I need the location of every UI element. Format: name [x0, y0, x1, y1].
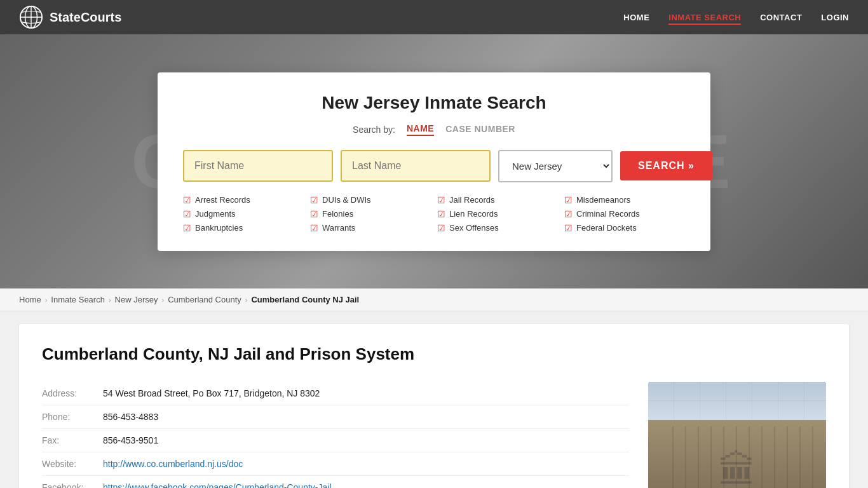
breadcrumb-separator-4: ›: [245, 296, 248, 304]
breadcrumb-inmate-search[interactable]: Inmate Search: [51, 295, 105, 304]
info-row-phone: Phone: 856-453-4883: [42, 405, 629, 429]
tab-name[interactable]: NAME: [407, 123, 434, 136]
checkbox-felonies: ☑ Felonies: [310, 209, 431, 219]
checkbox-label: Felonies: [322, 209, 353, 219]
info-layout: Address: 54 West Broad Street, Po Box 71…: [42, 382, 826, 488]
nav-home[interactable]: HOME: [623, 13, 649, 22]
checkbox-bankruptcies: ☑ Bankruptcies: [183, 223, 304, 233]
content-card: Cumberland County, NJ Jail and Prison Sy…: [19, 324, 849, 488]
logo-icon: [19, 5, 43, 29]
checkbox-duis: ☑ DUIs & DWIs: [310, 195, 431, 205]
info-row-facebook: Facebook: https://www.facebook.com/pages…: [42, 476, 629, 488]
checkbox-label: Misdemeanors: [576, 195, 630, 205]
info-row-website: Website: http://www.co.cumberland.nj.us/…: [42, 452, 629, 476]
checkbox-label: DUIs & DWIs: [322, 195, 371, 205]
checkbox-label: Arrest Records: [195, 195, 250, 205]
checkbox-icon: ☑: [437, 209, 445, 219]
info-row-fax: Fax: 856-453-9501: [42, 429, 629, 452]
checkbox-icon: ☑: [183, 195, 191, 205]
checkbox-icon: ☑: [564, 209, 573, 219]
jail-title: Cumberland County, NJ Jail and Prison Sy…: [42, 344, 826, 364]
checkbox-label: Judgments: [195, 209, 236, 219]
info-table: Address: 54 West Broad Street, Po Box 71…: [42, 382, 629, 488]
checkbox-icon: ☑: [437, 223, 445, 233]
site-header: StateCourts HOME INMATE SEARCH CONTACT L…: [0, 0, 868, 34]
search-by-row: Search by: NAME CASE NUMBER: [183, 123, 685, 136]
checkbox-icon: ☑: [310, 195, 318, 205]
last-name-input[interactable]: [341, 150, 491, 182]
checkbox-icon: ☑: [183, 223, 191, 233]
breadcrumb-separator-3: ›: [162, 296, 165, 304]
breadcrumb-separator-2: ›: [109, 296, 111, 304]
checkbox-label: Criminal Records: [576, 209, 640, 219]
first-name-input[interactable]: [183, 150, 333, 182]
nav-login[interactable]: LOGIN: [821, 13, 849, 22]
jail-image: [648, 382, 826, 488]
checkbox-icon: ☑: [310, 223, 318, 233]
checkbox-sex-offenses: ☑ Sex Offenses: [437, 223, 558, 233]
checkbox-label: Lien Records: [449, 209, 498, 219]
nav-contact[interactable]: CONTACT: [760, 13, 802, 22]
search-by-label: Search by:: [353, 125, 395, 135]
checkbox-label: Jail Records: [449, 195, 495, 205]
checkbox-lien-records: ☑ Lien Records: [437, 209, 558, 219]
address-label: Address:: [42, 388, 93, 398]
checkbox-icon: ☑: [564, 223, 573, 233]
checkbox-misdemeanors: ☑ Misdemeanors: [564, 195, 685, 205]
checkbox-jail-records: ☑ Jail Records: [437, 195, 558, 205]
facebook-link[interactable]: https://www.facebook.com/pages/Cumberlan…: [103, 482, 339, 488]
checkbox-icon: ☑: [183, 209, 191, 219]
breadcrumb-new-jersey[interactable]: New Jersey: [115, 295, 158, 304]
breadcrumb-cumberland-county[interactable]: Cumberland County: [168, 295, 241, 304]
phone-value: 856-453-4883: [103, 412, 158, 422]
jail-sky: [648, 382, 826, 420]
main-nav: HOME INMATE SEARCH CONTACT LOGIN: [623, 11, 849, 23]
checkbox-judgments: ☑ Judgments: [183, 209, 304, 219]
tab-case-number[interactable]: CASE NUMBER: [445, 124, 515, 135]
breadcrumb-separator-1: ›: [45, 296, 48, 304]
phone-label: Phone:: [42, 412, 93, 422]
checkbox-label: Bankruptcies: [195, 223, 243, 233]
website-label: Website:: [42, 459, 93, 469]
checkbox-criminal-records: ☑ Criminal Records: [564, 209, 685, 219]
checkbox-icon: ☑: [564, 195, 573, 205]
checkbox-federal-dockets: ☑ Federal Dockets: [564, 223, 685, 233]
breadcrumb: Home › Inmate Search › New Jersey › Cumb…: [0, 288, 868, 311]
search-button[interactable]: SEARCH »: [620, 151, 712, 180]
checkbox-label: Federal Dockets: [576, 223, 637, 233]
main-content: Cumberland County, NJ Jail and Prison Sy…: [0, 311, 868, 488]
search-card: New Jersey Inmate Search Search by: NAME…: [158, 72, 710, 251]
address-value: 54 West Broad Street, Po Box 717, Bridge…: [103, 388, 320, 398]
breadcrumb-current: Cumberland County NJ Jail: [251, 295, 359, 304]
checkbox-icon: ☑: [310, 209, 318, 219]
site-name: StateCourts: [50, 10, 121, 25]
hero-section: COURTHOUSE New Jersey Inmate Search Sear…: [0, 34, 868, 288]
website-link[interactable]: http://www.co.cumberland.nj.us/doc: [103, 459, 243, 469]
nav-inmate-search[interactable]: INMATE SEARCH: [668, 13, 741, 25]
breadcrumb-home[interactable]: Home: [19, 295, 41, 304]
checkbox-label: Sex Offenses: [449, 223, 499, 233]
logo-area: StateCourts: [19, 5, 121, 29]
checkbox-arrest-records: ☑ Arrest Records: [183, 195, 304, 205]
info-row-address: Address: 54 West Broad Street, Po Box 71…: [42, 382, 629, 405]
state-select[interactable]: New Jersey Alabama Alaska Arizona Califo…: [498, 150, 613, 182]
facebook-label: Facebook:: [42, 482, 93, 488]
checkbox-icon: ☑: [437, 195, 445, 205]
search-card-title: New Jersey Inmate Search: [183, 93, 685, 113]
checkboxes-grid: ☑ Arrest Records ☑ DUIs & DWIs ☑ Jail Re…: [183, 195, 685, 233]
fax-label: Fax:: [42, 435, 93, 445]
checkbox-label: Warrants: [322, 223, 355, 233]
search-fields: New Jersey Alabama Alaska Arizona Califo…: [183, 150, 685, 182]
jail-building: [648, 420, 826, 488]
checkbox-warrants: ☑ Warrants: [310, 223, 431, 233]
fax-value: 856-453-9501: [103, 435, 158, 445]
